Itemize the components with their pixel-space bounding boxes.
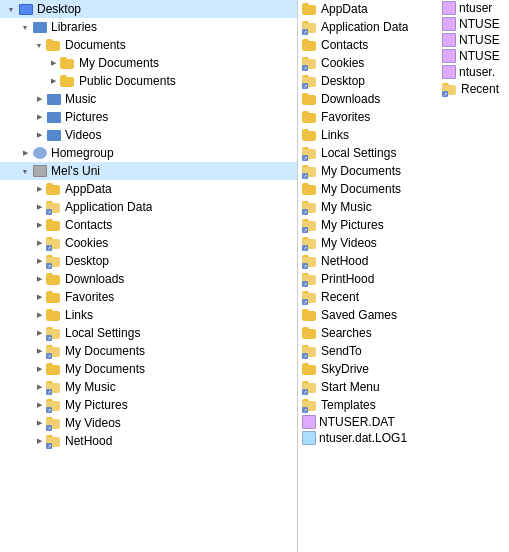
toggle-my-documents[interactable] bbox=[46, 56, 60, 70]
toggle-documents[interactable] bbox=[32, 38, 46, 52]
list-item[interactable]: ↗ My Videos bbox=[298, 234, 438, 252]
tree-item-my-music[interactable]: ↗ My Music bbox=[0, 378, 297, 396]
tree-item-cookies[interactable]: ↗ Cookies bbox=[0, 234, 297, 252]
my-documents-icon bbox=[60, 55, 76, 71]
tree-item-mels-uni[interactable]: Mel's Uni bbox=[0, 162, 297, 180]
toggle-appdata[interactable] bbox=[32, 182, 46, 196]
toggle-application-data[interactable] bbox=[32, 200, 46, 214]
tree-item-application-data[interactable]: ↗ Application Data bbox=[0, 198, 297, 216]
toggle-desktop[interactable] bbox=[4, 2, 18, 16]
tree-item-favorites[interactable]: Favorites bbox=[0, 288, 297, 306]
tree-item-appdata[interactable]: AppData bbox=[0, 180, 297, 198]
music-icon bbox=[46, 91, 62, 107]
toggle-my-docs-normal[interactable] bbox=[32, 362, 46, 376]
tree-item-libraries[interactable]: Libraries bbox=[0, 18, 297, 36]
toggle-nethood[interactable] bbox=[32, 434, 46, 448]
list-item[interactable]: ↗ Application Data bbox=[298, 18, 438, 36]
tree-item-homegroup[interactable]: Homegroup bbox=[0, 144, 297, 162]
list-item[interactable]: ↗ Cookies bbox=[298, 54, 438, 72]
tree-item-local-settings[interactable]: ↗ Local Settings bbox=[0, 324, 297, 342]
toggle-mels-uni[interactable] bbox=[18, 164, 32, 178]
list-item[interactable]: Contacts bbox=[298, 36, 438, 54]
list-item[interactable]: ↗ Desktop bbox=[298, 72, 438, 90]
item-label: Cookies bbox=[321, 56, 364, 70]
item-label: Saved Games bbox=[321, 308, 397, 322]
my-pictures-icon: ↗ bbox=[46, 397, 62, 413]
item-label: Searches bbox=[321, 326, 372, 340]
left-tree-pane[interactable]: Desktop Libraries Documents My Documents bbox=[0, 0, 298, 552]
list-item[interactable]: Searches bbox=[298, 324, 438, 342]
toggle-downloads[interactable] bbox=[32, 272, 46, 286]
list-item[interactable]: Favorites bbox=[298, 108, 438, 126]
list-item[interactable]: ↗ NetHood bbox=[298, 252, 438, 270]
list-item[interactable]: My Documents bbox=[298, 180, 438, 198]
tree-item-my-documents[interactable]: My Documents bbox=[0, 54, 297, 72]
list-item[interactable]: NTUSE bbox=[438, 16, 509, 32]
item-label: My Documents bbox=[321, 182, 401, 196]
list-item[interactable]: ↗ Recent bbox=[438, 80, 509, 98]
tree-item-my-docs-normal[interactable]: My Documents bbox=[0, 360, 297, 378]
local-settings-label: Local Settings bbox=[65, 326, 140, 340]
tree-item-contacts[interactable]: Contacts bbox=[0, 216, 297, 234]
favorites-icon bbox=[46, 289, 62, 305]
right-col-2: ntuser NTUSE NTUSE NTUSE ntuser. bbox=[438, 0, 509, 552]
homegroup-label: Homegroup bbox=[51, 146, 114, 160]
toggle-videos[interactable] bbox=[32, 128, 46, 142]
list-item[interactable]: ↗ Templates bbox=[298, 396, 438, 414]
toggle-my-pictures[interactable] bbox=[32, 398, 46, 412]
toggle-local-settings[interactable] bbox=[32, 326, 46, 340]
toggle-my-videos[interactable] bbox=[32, 416, 46, 430]
toggle-cookies[interactable] bbox=[32, 236, 46, 250]
local-settings-icon: ↗ bbox=[46, 325, 62, 341]
toggle-music[interactable] bbox=[32, 92, 46, 106]
toggle-homegroup[interactable] bbox=[18, 146, 32, 160]
toggle-favorites[interactable] bbox=[32, 290, 46, 304]
toggle-desktop-sub[interactable] bbox=[32, 254, 46, 268]
application-data-icon: ↗ bbox=[46, 199, 62, 215]
list-item[interactable]: ↗ SendTo bbox=[298, 342, 438, 360]
list-item[interactable]: Links bbox=[298, 126, 438, 144]
tree-item-my-pictures[interactable]: ↗ My Pictures bbox=[0, 396, 297, 414]
list-item[interactable]: NTUSE bbox=[438, 48, 509, 64]
tree-item-desktop-sub[interactable]: ↗ Desktop bbox=[0, 252, 297, 270]
list-item[interactable]: ntuser. bbox=[438, 64, 509, 80]
list-item[interactable]: NTUSE bbox=[438, 32, 509, 48]
toggle-my-docs-shortcut[interactable] bbox=[32, 344, 46, 358]
list-item[interactable]: SkyDrive bbox=[298, 360, 438, 378]
item-label: NTUSE bbox=[459, 17, 500, 31]
my-docs-shortcut-icon: ↗ bbox=[46, 343, 62, 359]
list-item[interactable]: ↗ Start Menu bbox=[298, 378, 438, 396]
toggle-libraries[interactable] bbox=[18, 20, 32, 34]
favorites-label: Favorites bbox=[65, 290, 114, 304]
tree-item-pictures[interactable]: Pictures bbox=[0, 108, 297, 126]
list-item[interactable]: ↗ My Music bbox=[298, 198, 438, 216]
list-item[interactable]: NTUSER.DAT bbox=[298, 414, 438, 430]
tree-item-videos[interactable]: Videos bbox=[0, 126, 297, 144]
list-item[interactable]: ↗ Local Settings bbox=[298, 144, 438, 162]
tree-item-links[interactable]: Links bbox=[0, 306, 297, 324]
tree-item-documents[interactable]: Documents bbox=[0, 36, 297, 54]
list-item[interactable]: Downloads bbox=[298, 90, 438, 108]
toggle-pictures[interactable] bbox=[32, 110, 46, 124]
tree-item-music[interactable]: Music bbox=[0, 90, 297, 108]
list-item[interactable]: ↗ My Documents bbox=[298, 162, 438, 180]
list-item[interactable]: AppData bbox=[298, 0, 438, 18]
toggle-public-documents[interactable] bbox=[46, 74, 60, 88]
toggle-my-music[interactable] bbox=[32, 380, 46, 394]
list-item[interactable]: ↗ PrintHood bbox=[298, 270, 438, 288]
tree-item-desktop[interactable]: Desktop bbox=[0, 0, 297, 18]
list-item[interactable]: ntuser.dat.LOG1 bbox=[298, 430, 438, 446]
tree-item-downloads[interactable]: Downloads bbox=[0, 270, 297, 288]
toggle-contacts[interactable] bbox=[32, 218, 46, 232]
list-item[interactable]: ntuser bbox=[438, 0, 509, 16]
toggle-links[interactable] bbox=[32, 308, 46, 322]
tree-item-public-documents[interactable]: Public Documents bbox=[0, 72, 297, 90]
item-label: Downloads bbox=[321, 92, 380, 106]
tree-item-my-docs-shortcut[interactable]: ↗ My Documents bbox=[0, 342, 297, 360]
tree-item-my-videos[interactable]: ↗ My Videos bbox=[0, 414, 297, 432]
list-item[interactable]: ↗ My Pictures bbox=[298, 216, 438, 234]
list-item[interactable]: Saved Games bbox=[298, 306, 438, 324]
list-item[interactable]: ↗ Recent bbox=[298, 288, 438, 306]
links-icon bbox=[46, 307, 62, 323]
tree-item-nethood[interactable]: ↗ NetHood bbox=[0, 432, 297, 450]
